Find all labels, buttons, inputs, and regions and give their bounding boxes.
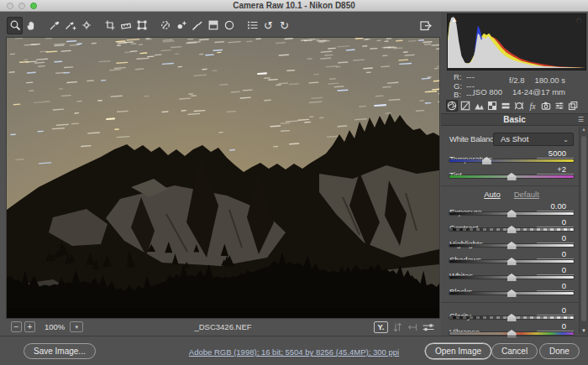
split-toning-icon bbox=[501, 101, 511, 111]
tab-split-toning[interactable] bbox=[500, 100, 512, 112]
copy-settings-icon[interactable] bbox=[407, 321, 418, 333]
adjustments-panel: ▲ ▲ R:--- G:--- B:--- f/2.8180.00 s ISO … bbox=[441, 13, 588, 336]
targeted-adjustment-tool-icon[interactable] bbox=[78, 17, 94, 34]
minimize-button[interactable] bbox=[18, 3, 25, 9]
camera-calibration-icon bbox=[541, 101, 551, 111]
tab-hsl-grayscale[interactable] bbox=[486, 100, 498, 112]
zoom-window-button[interactable] bbox=[30, 3, 37, 9]
preview-mode-y-button[interactable]: Y. bbox=[374, 321, 388, 333]
panel-header: Basic ☰ bbox=[441, 113, 588, 126]
white-balance-select[interactable]: As Shot ⌄ bbox=[493, 133, 574, 146]
zoom-out-button[interactable]: − bbox=[11, 321, 22, 332]
contrast-value[interactable]: 0 bbox=[537, 217, 574, 227]
whites-slider-thumb[interactable] bbox=[507, 274, 517, 281]
red-eye-tool-icon[interactable] bbox=[173, 17, 189, 34]
shadows-slider[interactable] bbox=[449, 260, 574, 263]
tab-tone-curve[interactable] bbox=[459, 100, 471, 112]
window-title: Camera Raw 10.1 - Nikon D850 bbox=[0, 0, 588, 11]
contrast-slider[interactable] bbox=[449, 228, 574, 231]
save-image-button[interactable]: Save Image... bbox=[24, 343, 96, 359]
clarity-value[interactable]: 0 bbox=[537, 305, 574, 315]
exposure-slider-row: Exposure0.00 bbox=[449, 203, 574, 218]
tab-basic[interactable] bbox=[446, 100, 458, 112]
shadow-clipping-toggle[interactable]: ▲ bbox=[449, 15, 460, 25]
radial-filter-tool-icon[interactable] bbox=[221, 17, 237, 34]
panel-tabs: fx bbox=[446, 100, 579, 112]
histogram: ▲ ▲ bbox=[448, 14, 585, 70]
divider bbox=[441, 185, 579, 186]
shadows-value[interactable]: 0 bbox=[537, 249, 574, 259]
cancel-button[interactable]: Cancel bbox=[491, 343, 538, 359]
exposure-slider[interactable] bbox=[449, 212, 574, 215]
contrast-slider-thumb[interactable] bbox=[507, 226, 517, 233]
basic-panel-body: White Balance: As Shot ⌄ Temperature5000… bbox=[441, 125, 579, 336]
rotate-left-tool-icon[interactable]: ↺ bbox=[260, 17, 276, 34]
vibrance-value[interactable]: 0 bbox=[537, 321, 574, 331]
auto-link[interactable]: Auto bbox=[484, 190, 501, 199]
straighten-tool-icon[interactable] bbox=[118, 17, 134, 34]
zoom-level-dropdown[interactable]: ▾ bbox=[70, 321, 83, 332]
temperature-slider[interactable] bbox=[449, 159, 574, 162]
tab-presets[interactable] bbox=[554, 100, 565, 112]
graduated-filter-tool-icon[interactable] bbox=[205, 17, 221, 34]
workflow-options-link[interactable]: Adobe RGB (1998); 16 bit; 5504 by 8256 (… bbox=[189, 347, 399, 357]
blacks-slider-thumb[interactable] bbox=[507, 289, 517, 297]
tint-slider-row: Tint+2 bbox=[449, 166, 574, 181]
temperature-value[interactable]: 5000 bbox=[537, 149, 574, 159]
transform-tool-icon[interactable] bbox=[134, 17, 150, 34]
hand-tool-icon[interactable] bbox=[23, 17, 39, 34]
zoom-tool-icon[interactable] bbox=[7, 17, 23, 34]
white-balance-tool-icon[interactable] bbox=[46, 17, 62, 34]
traffic-lights bbox=[7, 3, 37, 9]
tab-effects[interactable]: fx bbox=[527, 100, 538, 112]
basic-icon bbox=[447, 101, 457, 111]
scroll-up-icon[interactable]: ▲ bbox=[580, 127, 588, 132]
titlebar: Camera Raw 10.1 - Nikon D850 bbox=[0, 0, 588, 12]
clarity-slider[interactable] bbox=[449, 316, 574, 319]
crop-tool-icon[interactable] bbox=[102, 17, 118, 34]
rotate-right-tool-icon[interactable]: ↻ bbox=[276, 17, 292, 34]
vibrance-slider[interactable] bbox=[449, 332, 574, 335]
open-image-button[interactable]: Open Image bbox=[425, 343, 491, 359]
done-button[interactable]: Done bbox=[539, 343, 580, 359]
whites-slider[interactable] bbox=[449, 276, 574, 279]
fullscreen-toggle-icon[interactable] bbox=[416, 16, 434, 34]
tab-detail[interactable] bbox=[473, 100, 485, 112]
whites-value[interactable]: 0 bbox=[537, 265, 574, 275]
highlights-slider-row: Highlights0 bbox=[449, 235, 574, 250]
highlights-value[interactable]: 0 bbox=[537, 233, 574, 243]
clarity-slider-thumb[interactable] bbox=[507, 314, 517, 321]
exif-readout: f/2.8180.00 s ISO 80014-24@17 mm bbox=[473, 75, 565, 97]
spot-removal-tool-icon[interactable] bbox=[157, 17, 173, 34]
exposure-value[interactable]: 0.00 bbox=[537, 201, 574, 211]
preview-preferences-icon[interactable] bbox=[422, 321, 435, 333]
close-button[interactable] bbox=[7, 3, 13, 9]
tint-value[interactable]: +2 bbox=[537, 164, 574, 175]
shadows-slider-thumb[interactable] bbox=[507, 258, 517, 265]
zoom-level-value[interactable]: 100% bbox=[45, 322, 65, 331]
preferences-tool-icon[interactable] bbox=[244, 17, 260, 34]
scrollbar-thumb[interactable] bbox=[581, 136, 586, 321]
highlight-clipping-toggle[interactable]: ▲ bbox=[573, 15, 585, 25]
preview-toolbar: − + 100% ▾ _DSC3426.NEF Y. bbox=[7, 319, 439, 335]
swap-before-after-icon[interactable] bbox=[391, 321, 403, 333]
panel-menu-icon[interactable]: ☰ bbox=[578, 114, 584, 125]
exposure-slider-thumb[interactable] bbox=[507, 210, 517, 217]
image-preview[interactable] bbox=[7, 38, 439, 318]
blacks-value[interactable]: 0 bbox=[537, 281, 574, 291]
tint-slider-thumb[interactable] bbox=[507, 173, 517, 180]
color-sampler-tool-icon[interactable] bbox=[62, 17, 78, 34]
highlights-slider[interactable] bbox=[449, 244, 574, 247]
highlights-slider-thumb[interactable] bbox=[507, 242, 517, 249]
tab-lens-corrections[interactable] bbox=[513, 100, 525, 112]
tab-camera-calibration[interactable] bbox=[540, 100, 552, 112]
default-link[interactable]: Default bbox=[514, 190, 539, 199]
blacks-slider[interactable] bbox=[449, 292, 574, 295]
tint-slider[interactable] bbox=[449, 175, 574, 178]
adjustment-brush-tool-icon[interactable] bbox=[189, 17, 205, 34]
tab-snapshots[interactable] bbox=[567, 100, 579, 112]
zoom-in-button[interactable]: + bbox=[24, 321, 35, 332]
panel-scrollbar[interactable]: ▲ ▼ bbox=[579, 127, 588, 334]
rgb-readout: R:--- G:--- B:--- bbox=[454, 73, 475, 100]
scroll-down-icon[interactable]: ▼ bbox=[580, 328, 588, 333]
